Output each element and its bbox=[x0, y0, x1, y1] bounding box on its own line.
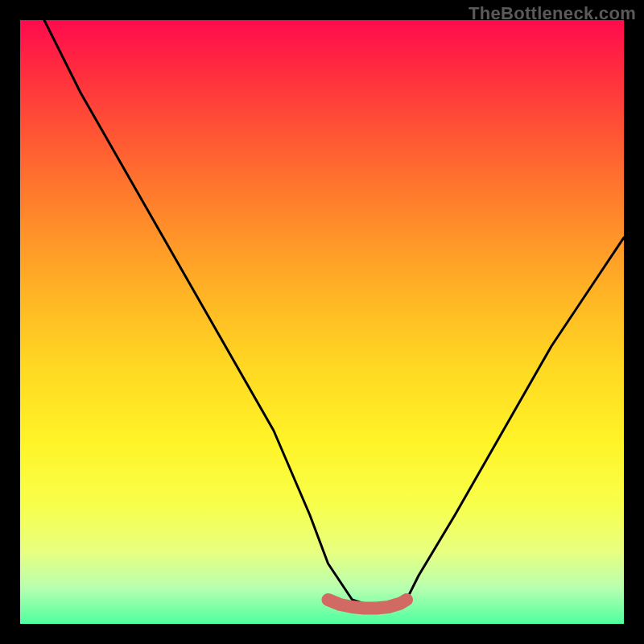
watermark-text: TheBottleneck.com bbox=[469, 3, 636, 24]
bottleneck-chart bbox=[20, 20, 624, 624]
chart-area bbox=[20, 20, 624, 624]
optimal-band-line bbox=[328, 600, 407, 609]
bottleneck-curve-line bbox=[44, 20, 624, 606]
